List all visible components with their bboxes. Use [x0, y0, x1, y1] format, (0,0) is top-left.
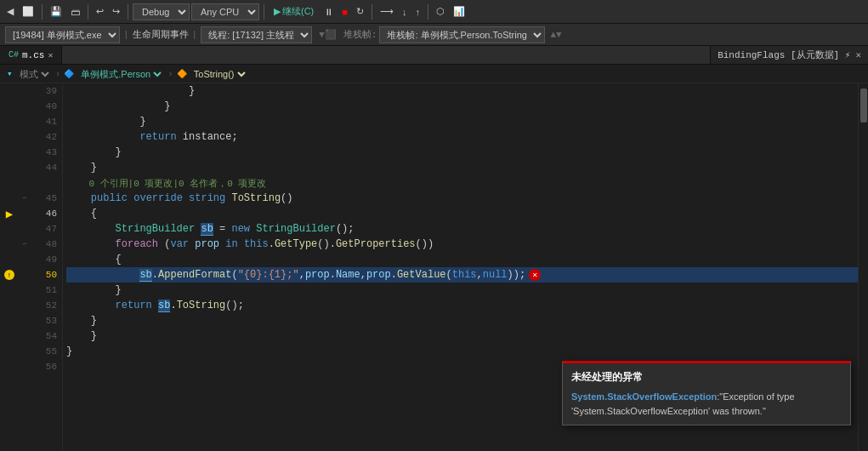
- code-line-55: }: [66, 344, 858, 359]
- thread-item: 线程: [17132] 主线程: [201, 26, 312, 43]
- play-icon: ▶: [274, 6, 281, 17]
- fold-btn-45[interactable]: −: [22, 194, 26, 203]
- exception-body: System.StackOverflowException:"Exception…: [571, 390, 842, 418]
- breadcrumb-class-select[interactable]: 单例模式.Person: [77, 68, 164, 80]
- right-panel-label: BindingFlags [从元数据] ⚡ ✕: [710, 46, 868, 64]
- stop-btn[interactable]: ■: [338, 5, 351, 19]
- exception-popup: 未经处理的异常 System.StackOverflowException:"E…: [562, 361, 851, 425]
- fold-gutter: − −: [19, 83, 31, 451]
- continue-button[interactable]: ▶ 继续(C): [269, 3, 319, 20]
- sep3: [128, 4, 128, 20]
- tab-bar: C# m.cs ✕ BindingFlags [从元数据] ⚡ ✕: [0, 46, 868, 65]
- fold-btn-48[interactable]: −: [22, 240, 26, 248]
- cs-icon: C#: [9, 50, 19, 60]
- line-numbers: 39 40 41 42 43 44 45 46 47 48 49 50 51 5…: [31, 83, 63, 451]
- error-icon: ✕: [529, 269, 541, 281]
- toolbar-undo[interactable]: ↩: [93, 4, 107, 19]
- code-line-41: }: [66, 114, 858, 129]
- execution-arrow: ▶: [6, 207, 13, 221]
- sep2: [88, 4, 88, 20]
- bp-row-56: [0, 359, 19, 374]
- lifecycle-item: 生命周期事件: [133, 28, 189, 41]
- bp-row-51: [0, 283, 19, 298]
- code-line-47: StringBuilder sb = new StringBuilder();: [66, 221, 858, 237]
- code-line-44: }: [66, 160, 858, 175]
- diag-btn[interactable]: 📊: [450, 4, 468, 19]
- code-line-48: foreach (var prop in this.GetType().GetP…: [66, 237, 858, 252]
- sep5: [372, 4, 372, 20]
- breadcrumb-type-select[interactable]: 模式: [16, 68, 52, 80]
- pause-btn[interactable]: ⏸: [321, 5, 337, 19]
- right-panel-close[interactable]: ✕: [855, 49, 861, 60]
- tab-mcs-close[interactable]: ✕: [48, 50, 53, 60]
- exe-item: [19484] 单例模式.exe: [5, 26, 120, 43]
- toolbar-save[interactable]: 💾: [47, 4, 65, 19]
- toolbar-back[interactable]: ◀: [3, 4, 17, 19]
- code-line-50: sb.AppendFormat("{0}:{1};",prop.Name,pro…: [66, 267, 858, 283]
- bp-row-52: [0, 298, 19, 313]
- exception-type: System.StackOverflowException: [571, 391, 717, 402]
- bp-row-50: !: [0, 267, 19, 283]
- bp-gutter: ▶ !: [0, 83, 19, 451]
- bp-row-53: [0, 313, 19, 328]
- restart-btn[interactable]: ↻: [353, 4, 367, 19]
- code-line-51: }: [66, 283, 858, 298]
- bp-row-46: ▶: [0, 206, 19, 221]
- code-line-42: return instance;: [66, 129, 858, 145]
- breadcrumb: ▾ 模式 › 🔷 单例模式.Person › 🔶 ToString(): [0, 65, 868, 83]
- bp-row-39: [0, 83, 19, 99]
- toolbar-forward[interactable]: ⬜: [19, 4, 37, 19]
- code-line-39: }: [66, 83, 858, 99]
- code-line-52: return sb.ToString();: [66, 298, 858, 313]
- main-toolbar: ◀ ⬜ 💾 🗃 ↩ ↪ Debug Any CPU ▶ 继续(C) ⏸ ■ ↻ …: [0, 0, 868, 24]
- toolbar-redo[interactable]: ↪: [109, 4, 123, 19]
- breadcrumb-method-select[interactable]: ToString(): [190, 68, 248, 80]
- debug-toolbar: [19484] 单例模式.exe | 生命周期事件 | 线程: [17132] …: [0, 24, 868, 46]
- bp-row-41: [0, 114, 19, 129]
- bp-row-54: [0, 328, 19, 344]
- debug-mode-select[interactable]: Debug: [133, 3, 190, 20]
- bp-row-47: [0, 221, 19, 237]
- exe-select[interactable]: [19484] 单例模式.exe: [5, 26, 120, 43]
- code-line-40: }: [66, 99, 858, 114]
- bp-row-45: [0, 191, 19, 206]
- bp-row-42: [0, 129, 19, 145]
- editor-area: ▶ ! − − 39: [0, 83, 868, 451]
- code-line-43: }: [66, 145, 858, 160]
- scroll-thumb[interactable]: [860, 88, 867, 123]
- thread-select[interactable]: 线程: [17132] 主线程: [201, 26, 312, 43]
- tab-mcs-label: m.cs: [22, 50, 44, 60]
- sep1: [42, 4, 43, 20]
- code-line-45: public override string ToString(): [66, 191, 858, 206]
- code-line-49: {: [66, 252, 858, 267]
- code-line-54: }: [66, 328, 858, 344]
- cpu-mode-select[interactable]: Any CPU: [191, 3, 259, 20]
- exception-title: 未经处理的异常: [571, 370, 842, 385]
- code-line-46: {: [66, 206, 858, 221]
- bp-row-55: [0, 344, 19, 359]
- bp-row-40: [0, 99, 19, 114]
- breakpoint-btn[interactable]: ⬡: [433, 4, 448, 19]
- step-out[interactable]: ↑: [411, 5, 423, 19]
- bp-row-44: [0, 160, 19, 175]
- stack-select[interactable]: 堆栈帧: 单例模式.Person.ToString: [379, 26, 545, 43]
- stack-item: 堆栈帧: 堆栈帧: 单例模式.Person.ToString: [343, 26, 546, 43]
- bp-row-ref: [0, 175, 19, 191]
- bp-row-49: [0, 252, 19, 267]
- code-line-ref: 0 个引用|0 项更改|0 名作者，0 项更改: [66, 175, 858, 191]
- sep4: [264, 4, 264, 20]
- warning-indicator: !: [4, 270, 14, 280]
- step-over[interactable]: ⟶: [377, 4, 397, 19]
- bc-dropdown[interactable]: ▾: [7, 68, 13, 79]
- vertical-scrollbar[interactable]: [858, 83, 868, 451]
- sep6: [428, 4, 428, 20]
- bp-row-43: [0, 145, 19, 160]
- toolbar-save-all[interactable]: 🗃: [67, 5, 83, 19]
- bp-row-48: [0, 237, 19, 252]
- step-into[interactable]: ↓: [399, 5, 411, 19]
- code-line-53: }: [66, 313, 858, 328]
- tab-mcs[interactable]: C# m.cs ✕: [0, 46, 62, 64]
